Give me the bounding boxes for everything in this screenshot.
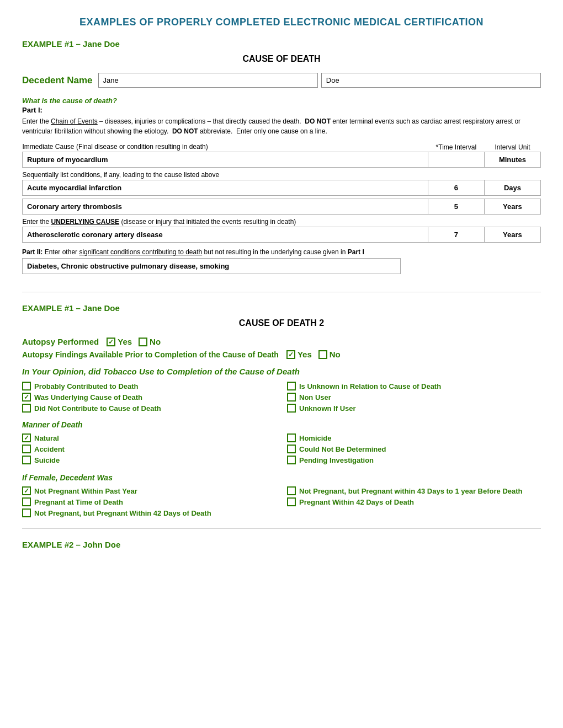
first-name-field[interactable]: Jane [98, 73, 318, 88]
manner-cb-2[interactable] [22, 456, 31, 464]
tobacco-cb-5[interactable] [287, 404, 296, 413]
autopsy-no-checkbox[interactable] [139, 338, 147, 346]
findings-no-option[interactable]: No [318, 350, 341, 359]
decedent-name-row: Decedent Name Jane Doe [22, 73, 541, 88]
tobacco-option-0[interactable]: Probably Contributed to Death [22, 382, 276, 390]
part2-value[interactable]: Diabetes, Chronic obstructive pulmonary … [22, 258, 401, 274]
immediate-cause-sub: (Final disease or condition resulting in… [76, 143, 208, 151]
immediate-time[interactable] [428, 152, 484, 168]
female-option-1[interactable]: Pregnant at Time of Death [22, 497, 276, 506]
tobacco-cb-3[interactable] [287, 382, 296, 390]
seq2-cause[interactable]: Coronary artery thrombosis [23, 199, 428, 215]
tobacco-option-4[interactable]: Non User [287, 393, 541, 402]
tobacco-label-1: Was Underlying Cause of Death [34, 393, 142, 402]
part1-label: Part I: [22, 106, 541, 114]
instructions: Enter the Chain of Events – diseases, in… [22, 116, 541, 136]
tobacco-option-5[interactable]: Unknown If User [287, 404, 541, 413]
example2-heading: EXAMPLE #2 – John Doe [22, 540, 541, 549]
underlying-cause[interactable]: Atherosclerotic coronary artery disease [23, 227, 428, 243]
manner-cb-3[interactable] [287, 433, 296, 442]
decedent-label: Decedent Name [22, 75, 93, 86]
findings-row: Autopsy Findings Available Prior to Comp… [22, 350, 541, 359]
manner-section: Manner of Death Natural Homicide Acciden… [22, 420, 541, 464]
tobacco-options: Probably Contributed to Death Is Unknown… [22, 382, 541, 413]
time-interval-header: *Time Interval [428, 143, 484, 152]
seq1-time[interactable]: 6 [428, 180, 484, 196]
tobacco-label-2: Did Not Contribute to Cause of Death [34, 404, 161, 413]
manner-cb-5[interactable] [287, 456, 296, 464]
manner-option-2[interactable]: Suicide [22, 456, 276, 464]
underlying-label: Enter the UNDERLYING CAUSE (disease or i… [23, 215, 541, 227]
findings-label: Autopsy Findings Available Prior to Comp… [22, 350, 279, 359]
manner-label-1: Accident [34, 445, 65, 453]
tobacco-label-5: Unknown If User [299, 404, 356, 413]
underlying-unit[interactable]: Years [484, 227, 540, 243]
female-label-2: Not Pregnant, but Pregnant Within 42 Day… [34, 509, 211, 517]
findings-yes-label: Yes [298, 350, 312, 359]
seq1-unit[interactable]: Days [484, 180, 540, 196]
underlying-time[interactable]: 7 [428, 227, 484, 243]
female-cb-3[interactable] [287, 486, 296, 495]
cause-question: What is the cause of death? [22, 97, 541, 105]
female-option-0[interactable]: Not Pregnant Within Past Year [22, 486, 276, 495]
female-cb-0[interactable] [22, 486, 31, 495]
interval-unit-header: Interval Unit [484, 143, 540, 152]
manner-cb-4[interactable] [287, 445, 296, 453]
autopsy-no-label: No [150, 337, 161, 346]
female-option-2[interactable]: Not Pregnant, but Pregnant Within 42 Day… [22, 508, 276, 517]
tobacco-label-3: Is Unknown in Relation to Cause of Death [299, 382, 441, 390]
cod-table: Immediate Cause (Final disease or condit… [22, 143, 541, 243]
autopsy-yes-label: Yes [118, 337, 132, 346]
tobacco-cb-1[interactable] [22, 393, 31, 402]
findings-yes-checkbox[interactable] [286, 350, 295, 359]
manner-option-3[interactable]: Homicide [287, 433, 541, 442]
female-cb-1[interactable] [22, 497, 31, 506]
findings-no-label: No [330, 350, 341, 359]
example1b-heading: EXAMPLE #1 – Jane Doe [22, 303, 541, 313]
tobacco-option-1[interactable]: Was Underlying Cause of Death [22, 393, 276, 402]
manner-option-1[interactable]: Accident [22, 445, 276, 453]
autopsy-yes-checkbox[interactable] [107, 338, 115, 346]
female-options: Not Pregnant Within Past Year Not Pregna… [22, 486, 541, 517]
female-cb-4[interactable] [287, 497, 296, 506]
autopsy-performed-row: Autopsy Performed Yes No [22, 337, 541, 346]
manner-label: Manner of Death [22, 420, 541, 429]
seq2-time[interactable]: 5 [428, 199, 484, 215]
manner-option-0[interactable]: Natural [22, 433, 276, 442]
immediate-unit[interactable]: Minutes [484, 152, 540, 168]
female-label-1: Pregnant at Time of Death [34, 498, 123, 506]
example1-heading: EXAMPLE #1 – Jane Doe [22, 39, 541, 49]
seq1-cause[interactable]: Acute myocardial infarction [23, 180, 428, 196]
immediate-cause-label: Immediate Cause [23, 143, 75, 151]
tobacco-cb-4[interactable] [287, 393, 296, 402]
female-option-3[interactable]: Not Pregnant, but Pregnant within 43 Day… [287, 486, 541, 495]
page-title: EXAMPLES OF PROPERLY COMPLETED ELECTRONI… [22, 17, 541, 28]
manner-option-5[interactable]: Pending Investigation [287, 456, 541, 464]
autopsy-section: Autopsy Performed Yes No Autopsy Finding… [22, 337, 541, 359]
tobacco-option-2[interactable]: Did Not Contribute to Cause of Death [22, 404, 276, 413]
part2-section: Part II: Enter other significant conditi… [22, 248, 541, 274]
manner-cb-0[interactable] [22, 433, 31, 442]
female-cb-2[interactable] [22, 508, 31, 517]
findings-yes-option[interactable]: Yes [286, 350, 312, 359]
tobacco-option-3[interactable]: Is Unknown in Relation to Cause of Death [287, 382, 541, 390]
tobacco-cb-2[interactable] [22, 404, 31, 413]
findings-no-checkbox[interactable] [318, 350, 327, 359]
tobacco-heading: In Your Opinion, did Tobacco Use to Comp… [22, 367, 541, 376]
female-label: If Female, Decedent Was [22, 473, 541, 482]
last-name-field[interactable]: Doe [321, 73, 541, 88]
autopsy-yes-option[interactable]: Yes [107, 337, 132, 346]
manner-label-4: Could Not Be Determined [299, 445, 386, 453]
tobacco-cb-0[interactable] [22, 382, 31, 390]
female-option-4[interactable]: Pregnant Within 42 Days of Death [287, 497, 541, 506]
manner-option-4[interactable]: Could Not Be Determined [287, 445, 541, 453]
tobacco-label-0: Probably Contributed to Death [34, 382, 139, 390]
immediate-cause-value[interactable]: Rupture of myocardium [23, 152, 428, 168]
female-section: If Female, Decedent Was Not Pregnant Wit… [22, 473, 541, 517]
manner-label-5: Pending Investigation [299, 456, 374, 464]
tobacco-label-4: Non User [299, 393, 331, 402]
manner-cb-1[interactable] [22, 445, 31, 453]
seq2-unit[interactable]: Years [484, 199, 540, 215]
female-label-3: Not Pregnant, but Pregnant within 43 Day… [299, 487, 523, 495]
autopsy-no-option[interactable]: No [139, 337, 161, 346]
